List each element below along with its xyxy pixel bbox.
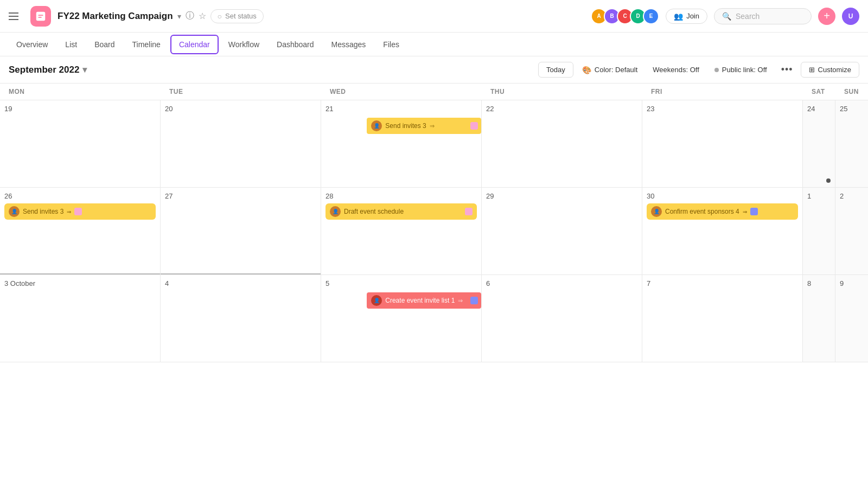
day-header-mon: Mon [0, 84, 161, 100]
date-5: 5 [326, 279, 477, 287]
cell-sep24[interactable]: 24 [803, 100, 835, 187]
set-status-button[interactable]: ○ Set status [210, 9, 264, 23]
cell-oct6[interactable]: 6 [482, 275, 642, 362]
event-send-invites-week1[interactable]: 👤 Send invites 3 ⇒ [367, 118, 481, 134]
cell-sep30[interactable]: 30 👤 Confirm event sponsors 4 ⇒ [642, 188, 803, 274]
cell-sep26[interactable]: 26 👤 Send invites 3 ⇒ [0, 188, 161, 274]
nav-item-overview[interactable]: Overview [9, 36, 55, 53]
cell-oct9[interactable]: 9 [835, 275, 868, 362]
date-26: 26 [4, 192, 156, 200]
cell-sep28[interactable]: 28 👤 Draft event schedule [321, 188, 482, 274]
avatar-5: E [643, 8, 659, 24]
join-icon: 👥 [674, 12, 683, 21]
dot-indicator [714, 68, 719, 72]
date-8: 8 [807, 279, 831, 287]
public-link-option[interactable]: Public link: Off [708, 62, 774, 77]
date-27: 27 [165, 192, 316, 200]
calendar-main: Mon Tue Wed Thu Fri Sat Sun 19 20 21 👤 S… [0, 84, 868, 362]
event-avatar: 👤 [651, 206, 662, 217]
date-6: 6 [486, 279, 637, 287]
nav-item-board[interactable]: Board [87, 36, 122, 53]
header: FY22 Marketing Campaign ▾ ⓘ ☆ ○ Set stat… [0, 0, 868, 33]
week-row-1: 19 20 21 👤 Send invites 3 ⇒ 22 23 24 25 [0, 100, 868, 188]
menu-icon[interactable] [9, 9, 24, 24]
team-avatars: A B C D E [591, 8, 659, 24]
cell-sep19[interactable]: 19 [0, 100, 161, 187]
day-header-fri: Fri [642, 84, 803, 100]
date-19: 19 [4, 105, 156, 113]
palette-icon: 🎨 [582, 66, 591, 74]
nav-item-files[interactable]: Files [375, 36, 407, 53]
cell-oct3[interactable]: 3 October [0, 275, 161, 362]
join-button[interactable]: 👥 Join [666, 9, 707, 24]
event-label: Send invites 3 [385, 122, 426, 130]
nav-item-calendar[interactable]: Calendar [170, 35, 219, 54]
search-box[interactable]: 🔍 Search [714, 8, 812, 24]
project-title: FY22 Marketing Campaign [58, 11, 173, 22]
cell-sep20[interactable]: 20 [161, 100, 321, 187]
cell-sep25[interactable]: 25 [835, 100, 868, 187]
dot-indicator [826, 178, 831, 183]
add-button[interactable]: + [818, 8, 835, 25]
date-25: 25 [840, 105, 864, 113]
cell-sep23[interactable]: 23 [642, 100, 803, 187]
event-text: Send invites 3 [23, 208, 63, 215]
today-button[interactable]: Today [538, 62, 573, 78]
star-icon[interactable]: ☆ [199, 11, 206, 21]
cell-sep27[interactable]: 27 [161, 188, 321, 274]
day-header-thu: Thu [482, 84, 642, 100]
title-area: FY22 Marketing Campaign ▾ ⓘ ☆ ○ Set stat… [58, 9, 264, 23]
day-headers: Mon Tue Wed Thu Fri Sat Sun [0, 84, 868, 100]
cell-oct2[interactable]: 2 [835, 188, 868, 274]
event-create-invite-list[interactable]: 👤 Create event invite list 1 ⇒ [367, 292, 481, 309]
event-draft-schedule[interactable]: 👤 Draft event schedule [326, 203, 477, 220]
cell-oct5[interactable]: 5 👤 Create event invite list 1 ⇒ [321, 275, 482, 362]
day-header-wed: Wed [321, 84, 482, 100]
customize-button[interactable]: ⊞ Customize [801, 62, 859, 78]
cell-oct1[interactable]: 1 [803, 188, 835, 274]
nav-item-timeline[interactable]: Timeline [125, 36, 168, 53]
month-chevron-icon[interactable]: ▾ [82, 65, 87, 75]
user-avatar[interactable]: U [842, 8, 859, 25]
calendar-toolbar: September 2022 ▾ Today 🎨 Color: Default … [0, 56, 868, 84]
date-1: 1 [807, 192, 831, 200]
nav-item-list[interactable]: List [58, 36, 85, 53]
search-icon: 🔍 [722, 12, 731, 21]
toolbar-right: Today 🎨 Color: Default Weekends: Off Pub… [538, 61, 859, 79]
cell-sep29[interactable]: 29 [482, 188, 642, 274]
subtask-icon: ⇒ [430, 123, 435, 130]
chain-icon: ⇒ [67, 209, 71, 215]
event-sq [465, 208, 473, 215]
event-color-sq [470, 297, 478, 304]
svg-rect-2 [38, 16, 41, 17]
subtask-icon: ⇒ [458, 297, 463, 304]
date-23: 23 [647, 105, 798, 113]
event-confirm-sponsors[interactable]: 👤 Confirm event sponsors 4 ⇒ [647, 203, 798, 220]
week-row-2: 26 👤 Send invites 3 ⇒ 27 28 👤 Draft even… [0, 188, 868, 275]
nav-item-messages[interactable]: Messages [324, 36, 374, 53]
date-30: 30 [647, 192, 798, 200]
month-title[interactable]: September 2022 ▾ [9, 65, 87, 75]
cell-oct7[interactable]: 7 [642, 275, 803, 362]
event-send-invites-26[interactable]: 👤 Send invites 3 ⇒ [4, 203, 156, 220]
date-2: 2 [840, 192, 864, 200]
more-options-button[interactable]: ••• [776, 61, 799, 79]
cell-sep22[interactable]: 22 [482, 100, 642, 187]
grid-icon: ⊞ [809, 66, 815, 74]
week-row-3: 3 October 4 5 👤 Create event invite list… [0, 275, 868, 362]
cell-sep21[interactable]: 21 👤 Send invites 3 ⇒ [321, 100, 482, 187]
weekends-option[interactable]: Weekends: Off [646, 62, 706, 77]
cell-oct8[interactable]: 8 [803, 275, 835, 362]
date-22: 22 [486, 105, 637, 113]
date-20: 20 [165, 105, 316, 113]
nav-item-workflow[interactable]: Workflow [221, 36, 267, 53]
event-avatar: 👤 [371, 295, 382, 306]
svg-rect-1 [38, 15, 43, 16]
color-option[interactable]: 🎨 Color: Default [576, 62, 644, 78]
day-header-sat: Sat [803, 84, 835, 100]
event-sq [74, 208, 82, 215]
cell-oct4[interactable]: 4 [161, 275, 321, 362]
info-icon[interactable]: ⓘ [186, 10, 194, 22]
title-chevron-icon[interactable]: ▾ [177, 12, 181, 21]
nav-item-dashboard[interactable]: Dashboard [269, 36, 322, 53]
